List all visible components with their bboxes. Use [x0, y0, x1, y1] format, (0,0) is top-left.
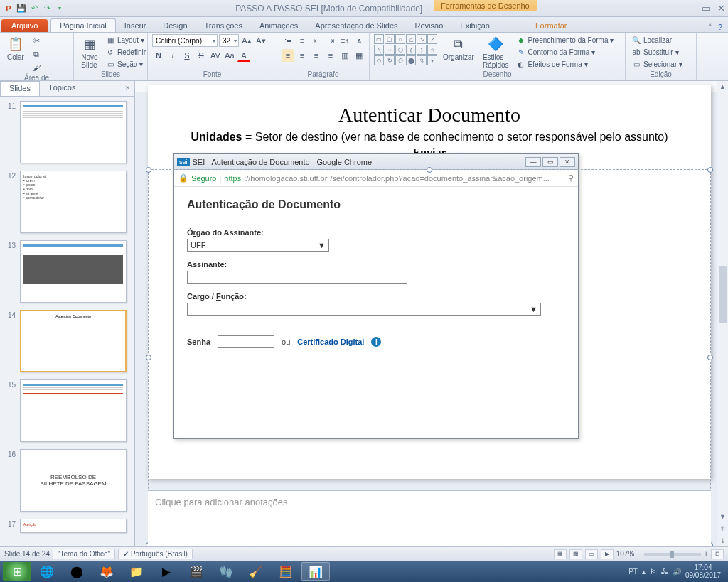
- undo-icon[interactable]: ↶: [28, 3, 40, 14]
- tab-transitions[interactable]: Transições: [196, 19, 251, 32]
- tab-review[interactable]: Revisão: [407, 19, 452, 32]
- linespacing-icon[interactable]: ≡↕: [338, 34, 351, 47]
- smartart-icon[interactable]: ▦: [353, 49, 365, 62]
- numbering-icon[interactable]: ≡: [296, 34, 309, 47]
- font-color-icon[interactable]: A: [237, 49, 250, 62]
- vertical-scrollbar[interactable]: ▲ ▼ ⤊ ⤋: [717, 81, 728, 546]
- minimize-icon[interactable]: —: [685, 3, 695, 14]
- paste-button[interactable]: 📋 Colar: [4, 34, 27, 63]
- link-certificado[interactable]: Certificado Digital: [297, 338, 364, 346]
- slide-thumbnail[interactable]: [20, 379, 127, 442]
- scroll-up-icon[interactable]: ▲: [717, 81, 728, 92]
- shadow-icon[interactable]: AV: [209, 49, 222, 62]
- find-button[interactable]: 🔍Localizar: [630, 34, 684, 45]
- format-painter-icon[interactable]: 🖌: [30, 61, 43, 74]
- align-left-icon[interactable]: ≡: [282, 49, 294, 62]
- taskbar-explorer[interactable]: 📁: [122, 562, 151, 581]
- font-name-combo[interactable]: Calibri (Corpo): [152, 34, 218, 47]
- bold-icon[interactable]: N: [152, 49, 165, 62]
- justify-icon[interactable]: ≡: [324, 49, 337, 62]
- scroll-down-icon[interactable]: ▼: [717, 511, 728, 522]
- select-button[interactable]: ▭Selecionar ▾: [630, 58, 684, 70]
- start-button[interactable]: ⊞: [3, 562, 31, 581]
- zoom-slider[interactable]: [644, 553, 701, 556]
- pane-close-icon[interactable]: ×: [122, 81, 134, 96]
- info-icon[interactable]: i: [371, 337, 381, 347]
- shape-outline-button[interactable]: ✎Contorno da Forma ▾: [515, 46, 616, 58]
- prev-slide-icon[interactable]: ⤊: [717, 523, 728, 534]
- tab-view[interactable]: Exibição: [451, 19, 498, 32]
- taskbar-chrome[interactable]: ⬤: [63, 562, 91, 581]
- taskbar-mpc[interactable]: 🎬: [182, 562, 210, 581]
- slide-thumbnail-current[interactable]: Autenticar Documento: [20, 310, 127, 372]
- chrome-minimize-icon[interactable]: —: [525, 157, 541, 167]
- tab-file[interactable]: Arquivo: [1, 19, 48, 32]
- text-direction-icon[interactable]: ᴀ: [353, 34, 365, 47]
- arrange-button[interactable]: ⧉Organizar: [440, 34, 477, 63]
- tray-up-icon[interactable]: ▴: [642, 568, 646, 576]
- input-senha[interactable]: [218, 335, 274, 348]
- new-slide-button[interactable]: ▦ Novo Slide: [78, 34, 101, 70]
- replace-button[interactable]: abSubstituir ▾: [630, 46, 684, 58]
- font-size-combo[interactable]: 32: [219, 34, 239, 47]
- notes-pane[interactable]: Clique para adicionar anotações: [148, 490, 711, 546]
- redo-icon[interactable]: ↷: [41, 3, 53, 14]
- view-reading-icon[interactable]: ▭: [585, 549, 598, 559]
- taskbar-app1[interactable]: 🧤: [212, 562, 240, 581]
- slide-thumbnail[interactable]: [20, 101, 127, 163]
- zoom-out-icon[interactable]: −: [637, 550, 641, 558]
- bullets-icon[interactable]: ≔: [282, 34, 294, 47]
- copy-icon[interactable]: ⧉: [30, 48, 43, 60]
- maximize-icon[interactable]: ▭: [702, 3, 710, 14]
- shapes-gallery[interactable]: ▭▢○△↘↗ ╲↔⬡{}☆ ◇↻⬠⬤↯▾: [374, 34, 437, 65]
- input-assinante[interactable]: [187, 271, 407, 284]
- select-orgao[interactable]: UFF▼: [187, 239, 329, 252]
- taskbar-ccleaner[interactable]: 🧹: [242, 562, 270, 581]
- slide-thumbnail[interactable]: Atenção: [20, 519, 127, 533]
- help-icon[interactable]: ?: [718, 23, 722, 32]
- taskbar-calc[interactable]: 🧮: [272, 562, 300, 581]
- strike-icon[interactable]: S: [195, 49, 208, 62]
- save-icon[interactable]: 💾: [16, 3, 27, 14]
- tray-network-icon[interactable]: 🖧: [661, 568, 668, 576]
- pane-tab-slides[interactable]: Slides: [0, 81, 40, 96]
- indent-dec-icon[interactable]: ⇤: [310, 34, 323, 47]
- zoom-percent[interactable]: 107%: [616, 550, 635, 558]
- taskbar-ie[interactable]: 🌐: [33, 562, 61, 581]
- view-slideshow-icon[interactable]: ▶: [601, 549, 614, 559]
- view-sorter-icon[interactable]: ▩: [569, 549, 582, 559]
- align-right-icon[interactable]: ≡: [310, 49, 323, 62]
- underline-icon[interactable]: S: [181, 49, 193, 62]
- cut-icon[interactable]: ✂: [30, 34, 43, 47]
- shrink-font-icon[interactable]: A▾: [255, 34, 267, 47]
- tray-lang[interactable]: PT: [628, 568, 638, 576]
- chrome-maximize-icon[interactable]: ▭: [542, 157, 558, 167]
- tab-design[interactable]: Design: [154, 19, 196, 32]
- shape-fill-button[interactable]: ◆Preenchimento da Forma ▾: [515, 34, 616, 45]
- shape-effects-button[interactable]: ◐Efeitos de Forma ▾: [515, 58, 616, 70]
- taskbar-powerpoint[interactable]: 📊: [301, 562, 330, 581]
- slide-thumbnail[interactable]: REEMBOLSO DE BILHETE DE PASSAGEM: [20, 449, 127, 512]
- pane-tab-outline[interactable]: Tópicos: [40, 81, 85, 96]
- slide-canvas[interactable]: Autenticar Documento Unidades = Setor de…: [148, 85, 711, 479]
- close-icon[interactable]: ✕: [717, 3, 725, 14]
- indent-inc-icon[interactable]: ⇥: [324, 34, 337, 47]
- bookmark-icon[interactable]: ⚲: [568, 173, 574, 183]
- taskbar-firefox[interactable]: 🦊: [92, 562, 121, 581]
- align-center-icon[interactable]: ≡: [296, 49, 309, 62]
- quick-styles-button[interactable]: 🔷Estilos Rápidos: [480, 34, 512, 70]
- chrome-close-icon[interactable]: ✕: [560, 157, 575, 167]
- tab-animations[interactable]: Animações: [251, 19, 306, 32]
- select-cargo[interactable]: ▼: [187, 303, 541, 316]
- chrome-address-bar[interactable]: 🔒 Seguro | https://homologacao.sti.uff.b…: [174, 170, 578, 187]
- reset-button[interactable]: ↺Redefinir: [104, 46, 147, 58]
- tab-home[interactable]: Página Inicial: [50, 18, 115, 32]
- tab-insert[interactable]: Inserir: [116, 19, 155, 32]
- qat-more-icon[interactable]: ▾: [54, 3, 65, 14]
- next-slide-icon[interactable]: ⤋: [717, 535, 728, 546]
- zoom-in-icon[interactable]: +: [704, 550, 708, 558]
- slide-thumbnail[interactable]: [20, 240, 127, 303]
- layout-button[interactable]: ▦Layout ▾: [104, 34, 147, 45]
- tray-flag-icon[interactable]: 🏳: [650, 568, 657, 576]
- ribbon-minimize-icon[interactable]: ˄: [708, 23, 712, 32]
